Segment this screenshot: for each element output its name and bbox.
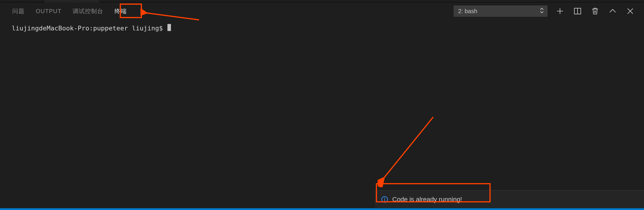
chevron-up-icon bbox=[609, 7, 617, 15]
maximize-panel-button[interactable] bbox=[608, 6, 618, 16]
notification-message: Code is already running! bbox=[392, 196, 462, 203]
notification-toast[interactable]: Code is already running! bbox=[375, 190, 644, 208]
svg-rect-4 bbox=[384, 199, 385, 201]
close-icon bbox=[626, 7, 634, 15]
close-panel-button[interactable] bbox=[625, 6, 635, 16]
editor-tab-strip bbox=[0, 0, 644, 2]
info-icon bbox=[381, 196, 388, 203]
tab-terminal[interactable]: 终端 bbox=[114, 6, 127, 17]
new-terminal-button[interactable] bbox=[555, 6, 565, 16]
panel-tabs: 问题 OUTPUT 调试控制台 终端 bbox=[12, 6, 127, 17]
tab-problems[interactable]: 问题 bbox=[12, 6, 25, 17]
chevron-updown-icon bbox=[540, 8, 544, 15]
plus-icon bbox=[556, 7, 564, 15]
split-terminal-button[interactable] bbox=[573, 6, 583, 16]
editor-tab[interactable] bbox=[44, 0, 100, 2]
terminal-cursor bbox=[167, 24, 171, 31]
terminal-prompt: liujingdeMacBook-Pro:puppeteer liujing$ bbox=[12, 25, 167, 32]
panel-actions: 2: bash bbox=[454, 6, 635, 17]
tab-debug-console[interactable]: 调试控制台 bbox=[72, 6, 104, 17]
kill-terminal-button[interactable] bbox=[590, 6, 600, 16]
panel-header: 问题 OUTPUT 调试控制台 终端 2: bash bbox=[0, 2, 644, 20]
split-panel-icon bbox=[573, 7, 582, 15]
tab-output[interactable]: OUTPUT bbox=[35, 6, 62, 16]
trash-icon bbox=[591, 7, 599, 15]
terminal-instance-select[interactable]: 2: bash bbox=[454, 6, 547, 17]
status-bar[interactable] bbox=[0, 208, 644, 210]
terminal-output[interactable]: liujingdeMacBook-Pro:puppeteer liujing$ bbox=[0, 20, 644, 32]
svg-line-6 bbox=[383, 117, 433, 178]
annotation-arrow-to-toast bbox=[378, 114, 442, 187]
terminal-select-label: 2: bash bbox=[458, 8, 477, 15]
svg-point-3 bbox=[384, 198, 385, 199]
